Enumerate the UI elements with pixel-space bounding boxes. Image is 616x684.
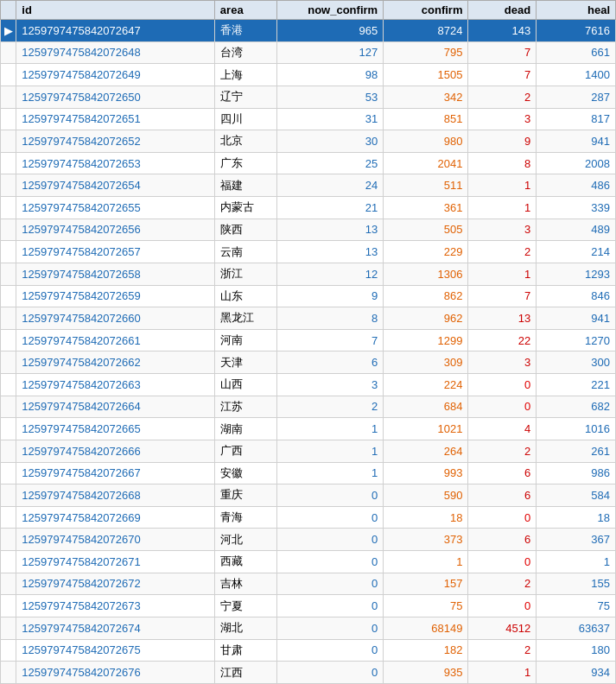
table-row[interactable]: 1259797475842072673宁夏075075 (1, 595, 616, 618)
cell-area: 河北 (214, 529, 276, 551)
table-row[interactable]: 1259797475842072657云南132292214 (1, 241, 616, 263)
cell-id: 1259797475842072659 (16, 285, 215, 307)
col-header-heal[interactable]: heal (537, 1, 616, 20)
cell-id: 1259797475842072669 (16, 506, 215, 529)
cell-heal: 1270 (537, 329, 616, 352)
row-indicator (1, 130, 16, 153)
col-header-indicator (1, 1, 16, 20)
cell-area: 重庆 (214, 484, 276, 507)
table-row[interactable]: 1259797475842072666广西12642261 (1, 440, 616, 462)
cell-now-confirm: 1 (276, 418, 383, 440)
cell-now-confirm: 12 (276, 263, 383, 285)
cell-dead: 3 (468, 352, 537, 374)
table-row[interactable]: 1259797475842072660黑龙江896213941 (1, 307, 616, 330)
cell-id: 1259797475842072653 (16, 152, 215, 174)
table-row[interactable]: 1259797475842072658浙江12130611293 (1, 263, 616, 285)
cell-now-confirm: 21 (276, 197, 383, 219)
table-row[interactable]: 1259797475842072672吉林01572155 (1, 573, 616, 595)
row-indicator (1, 529, 16, 551)
row-indicator (1, 174, 16, 197)
cell-now-confirm: 9 (276, 285, 383, 307)
cell-dead: 9 (468, 130, 537, 153)
cell-heal: 339 (537, 197, 616, 219)
table-row[interactable]: 1259797475842072662天津63093300 (1, 352, 616, 374)
cell-confirm: 75 (384, 595, 468, 618)
cell-heal: 367 (537, 529, 616, 551)
table-row[interactable]: 1259797475842072667安徽19936986 (1, 462, 616, 484)
cell-now-confirm: 13 (276, 241, 383, 263)
cell-confirm: 1021 (384, 418, 468, 440)
col-header-confirm[interactable]: confirm (384, 1, 468, 20)
table-row[interactable]: 1259797475842072661河南71299221270 (1, 329, 616, 352)
cell-id: 1259797475842072673 (16, 595, 215, 618)
cell-id: 1259797475842072671 (16, 551, 215, 573)
cell-heal: 2008 (537, 152, 616, 174)
table-row[interactable]: 1259797475842072670河北03736367 (1, 529, 616, 551)
cell-confirm: 182 (384, 639, 468, 662)
cell-confirm: 68149 (384, 617, 468, 639)
cell-id: 1259797475842072664 (16, 396, 215, 418)
cell-area: 江苏 (214, 396, 276, 418)
cell-dead: 13 (468, 307, 537, 330)
cell-heal: 214 (537, 241, 616, 263)
row-indicator (1, 396, 16, 418)
col-header-now-confirm[interactable]: now_confirm (276, 1, 383, 20)
cell-id: 1259797475842072647 (16, 20, 215, 42)
table-row[interactable]: 1259797475842072671西藏0101 (1, 551, 616, 573)
cell-heal: 1016 (537, 418, 616, 440)
table-row[interactable]: 1259797475842072648台湾1277957661 (1, 41, 616, 64)
cell-dead: 143 (468, 20, 537, 42)
table-row[interactable]: 1259797475842072654福建245111486 (1, 174, 616, 197)
cell-confirm: 229 (384, 241, 468, 263)
cell-area: 北京 (214, 130, 276, 153)
cell-area: 湖南 (214, 418, 276, 440)
cell-area: 香港 (214, 20, 276, 42)
cell-dead: 0 (468, 396, 537, 418)
cell-confirm: 851 (384, 108, 468, 130)
col-header-id[interactable]: id (16, 1, 215, 20)
row-indicator (1, 440, 16, 462)
cell-dead: 0 (468, 595, 537, 618)
cell-now-confirm: 0 (276, 506, 383, 529)
cell-heal: 1 (537, 551, 616, 573)
cell-now-confirm: 0 (276, 595, 383, 618)
cell-dead: 1 (468, 263, 537, 285)
cell-area: 广西 (214, 440, 276, 462)
cell-id: 1259797475842072661 (16, 329, 215, 352)
table-row[interactable]: 1259797475842072655内蒙古213611339 (1, 197, 616, 219)
table-row[interactable]: 1259797475842072665湖南1102141016 (1, 418, 616, 440)
table-row[interactable]: 1259797475842072652北京309809941 (1, 130, 616, 153)
table-row[interactable]: 1259797475842072656陕西135053489 (1, 218, 616, 241)
col-header-dead[interactable]: dead (468, 1, 537, 20)
cell-confirm: 511 (384, 174, 468, 197)
cell-area: 内蒙古 (214, 197, 276, 219)
table-row[interactable]: 1259797475842072675甘肃01822180 (1, 639, 616, 662)
cell-confirm: 2041 (384, 152, 468, 174)
cell-dead: 2 (468, 86, 537, 108)
table-row[interactable]: 1259797475842072668重庆05906584 (1, 484, 616, 507)
table-row[interactable]: 1259797475842072664江苏26840682 (1, 396, 616, 418)
table-row[interactable]: 1259797475842072674湖北068149451263637 (1, 617, 616, 639)
cell-area: 辽宁 (214, 86, 276, 108)
cell-dead: 3 (468, 108, 537, 130)
table-row[interactable]: 1259797475842072651四川318513817 (1, 108, 616, 130)
table-row[interactable]: 1259797475842072650辽宁533422287 (1, 86, 616, 108)
cell-confirm: 862 (384, 285, 468, 307)
table-row[interactable]: 1259797475842072669青海018018 (1, 506, 616, 529)
cell-now-confirm: 0 (276, 529, 383, 551)
cell-confirm: 264 (384, 440, 468, 462)
table-row[interactable]: 1259797475842072676江西09351934 (1, 662, 616, 684)
table-row[interactable]: 1259797475842072653广东25204182008 (1, 152, 616, 174)
cell-confirm: 157 (384, 573, 468, 595)
table-row[interactable]: 1259797475842072649上海98150571400 (1, 64, 616, 86)
cell-dead: 1 (468, 197, 537, 219)
table-row[interactable]: 1259797475842072663山西32240221 (1, 374, 616, 396)
col-header-area[interactable]: area (214, 1, 276, 20)
row-indicator (1, 41, 16, 64)
cell-heal: 287 (537, 86, 616, 108)
table-row[interactable]: 1259797475842072659山东98627846 (1, 285, 616, 307)
table-row[interactable]: ▶1259797475842072647香港96587241437616 (1, 20, 616, 42)
cell-area: 上海 (214, 64, 276, 86)
row-indicator (1, 374, 16, 396)
row-indicator (1, 462, 16, 484)
